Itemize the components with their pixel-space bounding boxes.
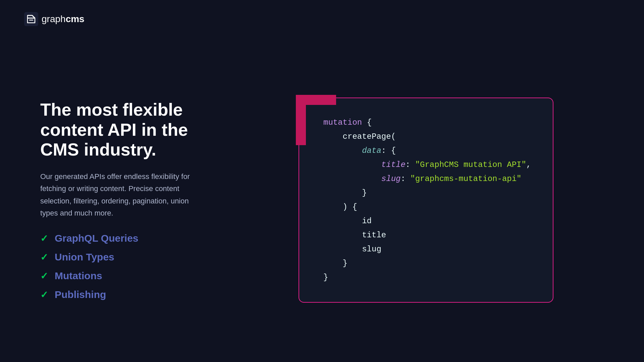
check-icon-graphql: ✓ (40, 233, 48, 244)
page-description: Our generated APIs offer endless flexibi… (40, 171, 195, 219)
feature-label-graphql: GraphQL Queries (55, 233, 139, 244)
code-content: mutation { createPage( data: { title: "G… (323, 116, 533, 285)
main-content: The most flexible content API in the CMS… (0, 38, 644, 362)
logo-text: graphcms (42, 14, 85, 24)
check-icon-mutations: ✓ (40, 270, 48, 282)
feature-label-union: Union Types (55, 251, 114, 263)
header: graphcms (0, 0, 644, 38)
code-block: mutation { createPage( data: { title: "G… (299, 98, 553, 303)
left-panel: The most flexible content API in the CMS… (40, 100, 215, 301)
page-headline: The most flexible content API in the CMS… (40, 100, 215, 160)
feature-item-mutations: ✓ Mutations (40, 270, 215, 282)
feature-item-union: ✓ Union Types (40, 251, 215, 263)
right-panel: mutation { createPage( data: { title: "G… (248, 98, 604, 303)
feature-item-graphql: ✓ GraphQL Queries (40, 233, 215, 244)
feature-label-mutations: Mutations (55, 270, 102, 282)
corner-decoration-icon (296, 95, 336, 145)
check-icon-publishing: ✓ (40, 289, 48, 300)
graphcms-logo-icon (24, 12, 38, 26)
logo: graphcms (24, 12, 85, 26)
feature-item-publishing: ✓ Publishing (40, 289, 215, 300)
code-container: mutation { createPage( data: { title: "G… (299, 98, 553, 303)
svg-rect-0 (24, 12, 38, 26)
feature-label-publishing: Publishing (55, 289, 106, 300)
check-icon-union: ✓ (40, 252, 48, 263)
features-list: ✓ GraphQL Queries ✓ Union Types ✓ Mutati… (40, 233, 215, 300)
